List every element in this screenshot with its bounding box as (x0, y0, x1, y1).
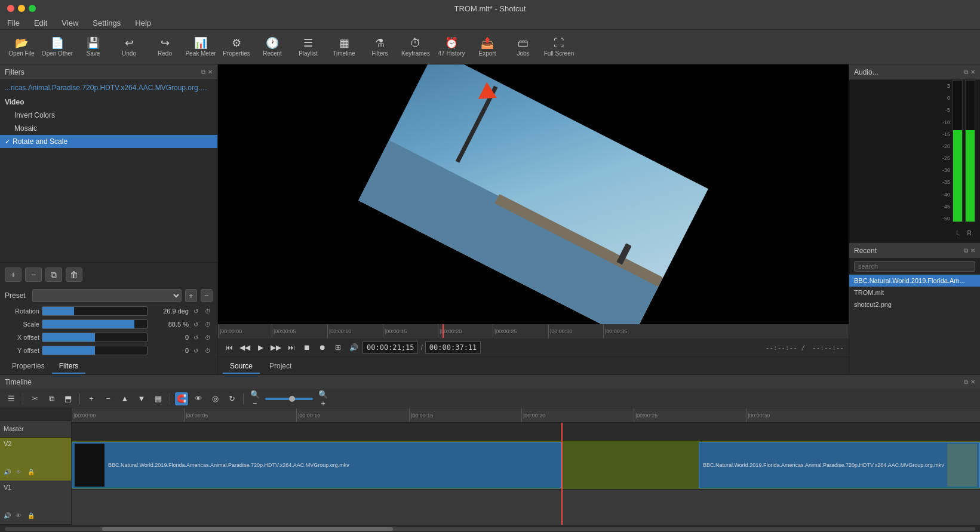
skip-to-end-button[interactable]: ⏭ (285, 341, 298, 354)
preset-add-button[interactable]: + (185, 289, 197, 302)
timeline-scrub-button[interactable]: 👁 (192, 392, 205, 405)
v1-track-row[interactable] (72, 490, 980, 525)
recent-button[interactable]: 🕐 Recent (256, 32, 289, 63)
y-offset-reset-button[interactable]: ↺ (191, 346, 201, 355)
menu-settings[interactable]: Settings (90, 17, 123, 29)
save-button[interactable]: 💾 Save (76, 32, 110, 63)
menu-view[interactable]: View (59, 17, 81, 29)
timeline-close-button[interactable]: ✕ (970, 379, 975, 386)
audio-float-button[interactable]: ⧉ (964, 69, 968, 76)
scrollbar-track[interactable] (5, 527, 975, 531)
undo-button[interactable]: ↩ Undo (112, 32, 146, 63)
properties-button[interactable]: ⚙ Properties (220, 32, 253, 63)
filters-close-button[interactable]: ✕ (208, 69, 213, 76)
preset-remove-button[interactable]: − (201, 289, 213, 302)
filters-button[interactable]: ⚗ Filters (363, 32, 397, 63)
v2-track-row[interactable]: BBC.Natural.World.2019.Florida.Americas.… (72, 441, 980, 490)
grid-button[interactable]: ⊞ (331, 341, 345, 354)
v1-lock-icon[interactable]: 🔒 (27, 512, 37, 522)
minimize-button[interactable] (18, 5, 25, 12)
tab-properties[interactable]: Properties (5, 359, 52, 374)
x-offset-slider[interactable] (42, 333, 148, 342)
peak-meter-button[interactable]: 📊 Peak Meter (184, 32, 217, 63)
record-button[interactable]: ⏺ (316, 341, 329, 354)
scale-slider[interactable] (42, 319, 148, 329)
timeline-add-button[interactable]: + (85, 392, 98, 405)
timeline-cut-button[interactable]: ✂ (28, 392, 41, 405)
stop-button[interactable]: ⏹ (300, 341, 314, 354)
v2-eye-icon[interactable]: 👁 (16, 469, 25, 478)
zoom-out-button[interactable]: 🔍− (248, 392, 262, 405)
history-button[interactable]: ⏰ 47 History (435, 32, 468, 63)
keyframes-button[interactable]: ⏱ Keyframes (399, 32, 432, 63)
timeline-paste-button[interactable]: ⬒ (62, 392, 75, 405)
filter-item-rotate-scale[interactable]: ✓ Rotate and Scale (0, 135, 217, 148)
v2-audio-icon[interactable]: 🔊 (4, 469, 13, 478)
rotation-keyframe-button[interactable]: ⏱ (203, 306, 213, 316)
recent-close-button[interactable]: ✕ (970, 247, 975, 254)
export-button[interactable]: 📤 Export (471, 32, 504, 63)
y-offset-slider[interactable] (42, 346, 148, 355)
v2-clip-2[interactable]: BBC.Natural.World.2019.Florida.Americas.… (699, 442, 980, 488)
timeline-float-button[interactable]: ⧉ (964, 379, 968, 386)
rotation-slider[interactable] (42, 306, 148, 316)
filter-item-invert-colors[interactable]: Invert Colors (0, 109, 217, 122)
menu-edit[interactable]: Edit (32, 17, 50, 29)
timeline-copy-button[interactable]: ⧉ (45, 392, 58, 405)
timeline-lift-button[interactable]: ▲ (118, 392, 131, 405)
x-offset-keyframe-button[interactable]: ⏱ (203, 333, 213, 342)
zoom-slider[interactable] (265, 398, 313, 400)
tab-source[interactable]: Source (223, 359, 260, 374)
timeline-overwrite-button[interactable]: ▼ (135, 392, 148, 405)
current-time-display[interactable]: 00:00:21;15 (362, 342, 418, 353)
menu-file[interactable]: File (5, 17, 22, 29)
timeline-button[interactable]: ▦ Timeline (327, 32, 361, 63)
scrubber-area[interactable]: |00:00:00 |00:00:05 |00:00:10 |00:00:15 … (218, 324, 849, 339)
tab-filters[interactable]: Filters (52, 359, 86, 374)
timeline-ripple-all-button[interactable]: ◎ (208, 392, 222, 405)
v2-lock-icon[interactable]: 🔒 (27, 469, 37, 478)
zoom-in-button[interactable]: 🔍+ (317, 392, 330, 405)
step-back-button[interactable]: ◀◀ (238, 341, 251, 354)
tab-project[interactable]: Project (262, 359, 299, 374)
playlist-button[interactable]: ☰ Playlist (291, 32, 325, 63)
timeline-ripple-button[interactable]: ▦ (152, 392, 165, 405)
filter-item-mosaic[interactable]: Mosaic (0, 122, 217, 135)
v2-clip-1[interactable]: BBC.Natural.World.2019.Florida.Americas.… (72, 442, 561, 488)
rotation-reset-button[interactable]: ↺ (191, 306, 201, 316)
timeline-scrollbar[interactable] (0, 525, 980, 532)
audio-close-button[interactable]: ✕ (970, 69, 975, 76)
step-forward-button[interactable]: ▶▶ (269, 341, 282, 354)
menu-help[interactable]: Help (133, 17, 153, 29)
timeline-loop-button[interactable]: ↻ (225, 392, 238, 405)
filters-float-button[interactable]: ⧉ (201, 69, 205, 76)
y-offset-keyframe-button[interactable]: ⏱ (203, 346, 213, 355)
play-button[interactable]: ▶ (254, 341, 267, 354)
recent-item-shotcut[interactable]: shotcut2.png (849, 299, 980, 310)
jobs-button[interactable]: 🗃 Jobs (506, 32, 540, 63)
fullscreen-button[interactable]: ⛶ Full Screen (542, 32, 576, 63)
open-other-button[interactable]: 📄 Open Other (41, 32, 74, 63)
preset-select[interactable] (32, 289, 182, 302)
timeline-remove-button[interactable]: − (102, 392, 115, 405)
v1-audio-icon[interactable]: 🔊 (4, 512, 13, 522)
scrollbar-thumb[interactable] (102, 527, 394, 531)
scrubber-ruler[interactable]: |00:00:00 |00:00:05 |00:00:10 |00:00:15 … (218, 324, 849, 338)
open-file-button[interactable]: 📂 Open File (5, 32, 38, 63)
scale-reset-button[interactable]: ↺ (191, 319, 201, 329)
timeline-ruler[interactable]: |00:00:00 |00:00:05 |00:00:10 |00:00:15 … (72, 408, 980, 423)
v1-eye-icon[interactable]: 👁 (16, 512, 25, 522)
redo-button[interactable]: ↪ Redo (148, 32, 182, 63)
timeline-menu-button[interactable]: ☰ (5, 392, 18, 405)
volume-button[interactable]: 🔊 (347, 341, 360, 354)
delete-filter-button[interactable]: 🗑 (66, 267, 82, 282)
add-filter-button[interactable]: + (5, 267, 21, 282)
timeline-snap-button[interactable]: 🧲 (175, 392, 188, 405)
recent-float-button[interactable]: ⧉ (964, 247, 968, 254)
recent-item-bbc[interactable]: BBC.Natural.World.2019.Florida.Am... (849, 275, 980, 287)
recent-item-trom[interactable]: TROM.mlt (849, 287, 980, 299)
copy-filter-button[interactable]: ⧉ (45, 267, 62, 282)
recent-search-input[interactable] (854, 261, 975, 272)
x-offset-reset-button[interactable]: ↺ (191, 333, 201, 342)
scale-keyframe-button[interactable]: ⏱ (203, 319, 213, 329)
